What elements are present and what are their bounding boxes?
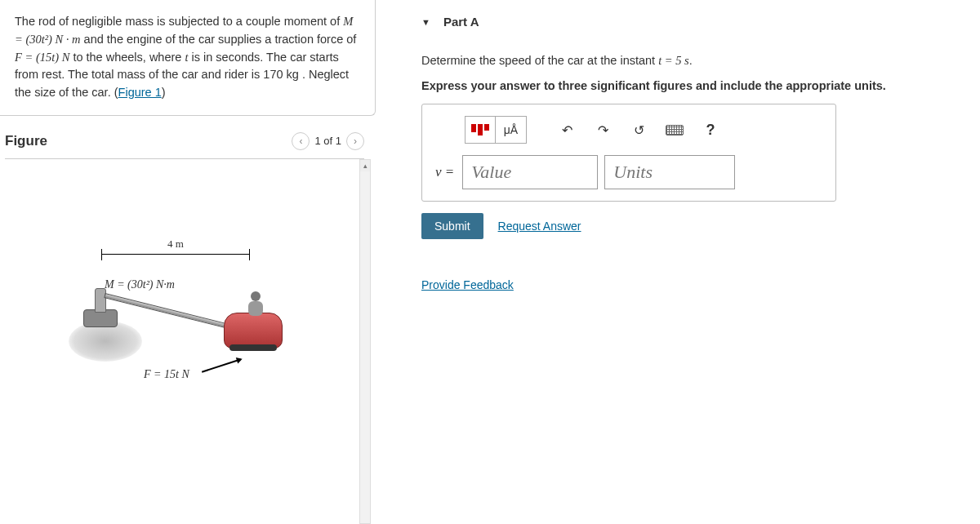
keyboard-button[interactable] [659,116,690,144]
label-F: F = 15t N [144,368,189,381]
units-input[interactable] [604,155,735,189]
variable-label: v = [435,164,454,180]
figure-prev-button[interactable]: ‹ [292,132,310,150]
prompt-line-2: Express your answer to three significant… [421,77,973,95]
value-input[interactable] [462,155,598,189]
redo-button[interactable]: ↷ [587,116,618,144]
answer-box: μÅ ↶ ↷ ↺ ? v = [421,104,836,202]
label-M: M = (30t²) N·m [105,278,175,291]
provide-feedback-link[interactable]: Provide Feedback [421,278,514,291]
templates-button[interactable] [465,116,496,144]
keyboard-icon [666,125,684,135]
figure-scrollbar[interactable]: ▴ [359,159,371,524]
figure-counter: 1 of 1 [314,135,341,147]
figure-diagram: 4 m M = (30t²) N·m F = 15t N [5,159,359,524]
scroll-up-icon[interactable]: ▴ [360,160,370,171]
units-symbol-button[interactable]: μÅ [496,116,527,144]
request-answer-link[interactable]: Request Answer [498,220,581,233]
dim-label: 4 m [167,238,184,251]
force-arrow [202,358,241,372]
undo-button[interactable]: ↶ [551,116,582,144]
submit-button[interactable]: Submit [421,213,483,239]
figure-next-button[interactable]: › [346,132,364,150]
figure-title: Figure [5,133,47,149]
problem-statement: The rod of negligible mass is subjected … [0,0,376,116]
car [224,313,283,349]
figure-link[interactable]: Figure 1 [118,86,162,99]
help-button[interactable]: ? [695,116,726,144]
part-title: Part A [443,15,479,29]
rider [247,291,265,316]
collapse-caret-icon[interactable]: ▼ [421,17,430,27]
prompt-line-1: Determine the speed of the car at the in… [421,51,973,70]
reset-button[interactable]: ↺ [623,116,654,144]
expr-F: F = (15t) N [15,51,69,64]
templates-icon [471,124,489,135]
